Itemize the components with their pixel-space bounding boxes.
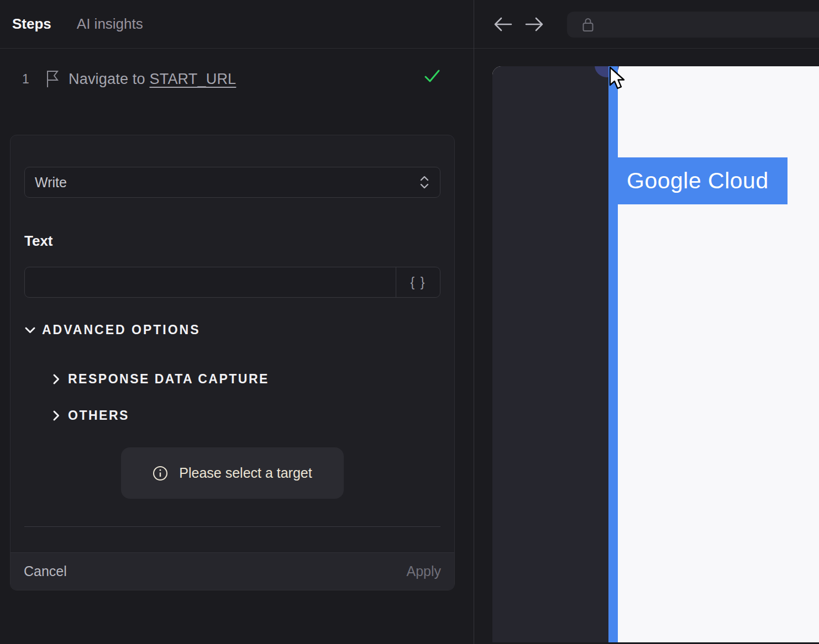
select-target-hint: Please select a target [121, 447, 344, 499]
section-label: OTHERS [68, 408, 129, 423]
insert-variable-button[interactable]: { } [396, 267, 440, 297]
address-bar[interactable] [567, 12, 819, 38]
page-dark-sidebar [492, 66, 610, 642]
selected-element-highlight[interactable]: Google Cloud [617, 157, 788, 204]
chevron-updown-icon [419, 175, 430, 189]
panel-tabbar: Steps AI insights [0, 0, 474, 49]
app-window: Steps AI insights 1 Navigate to START_UR… [0, 0, 819, 644]
hint-text: Please select a target [179, 465, 312, 481]
browser-preview-panel: Google Cloud [474, 0, 819, 644]
lock-icon [582, 17, 594, 33]
action-select-value: Write [35, 175, 419, 191]
forward-arrow-icon[interactable] [524, 15, 544, 34]
chevron-down-icon [24, 324, 36, 336]
section-label: RESPONSE DATA CAPTURE [68, 372, 269, 387]
browser-toolbar [474, 0, 819, 49]
flag-icon [45, 70, 60, 88]
success-check-icon [424, 68, 440, 84]
step-label: Navigate to START_URL [69, 71, 236, 88]
section-others[interactable]: OTHERS [50, 408, 440, 423]
step-editor-footer: Cancel Apply [11, 552, 454, 590]
advanced-options-toggle[interactable]: ADVANCED OPTIONS [24, 323, 440, 337]
chevron-right-icon [50, 410, 62, 421]
text-input[interactable] [25, 267, 396, 297]
tab-steps[interactable]: Steps [12, 15, 51, 33]
selected-element-text: Google Cloud [627, 168, 769, 194]
step-editor-card: Write Text { } ADVANCED OPTIONS [10, 135, 455, 590]
section-response-data-capture[interactable]: RESPONSE DATA CAPTURE [50, 372, 440, 387]
step-editor-body: Write Text { } ADVANCED OPTIONS [11, 135, 454, 527]
text-input-group: { } [24, 267, 440, 298]
cancel-button[interactable]: Cancel [24, 563, 67, 579]
steps-panel: Steps AI insights 1 Navigate to START_UR… [0, 0, 474, 644]
cursor-icon [608, 67, 631, 90]
text-field-label: Text [24, 233, 440, 250]
chevron-right-icon [50, 373, 62, 385]
info-icon [153, 466, 168, 481]
back-arrow-icon[interactable] [493, 15, 513, 34]
step-number: 1 [22, 72, 45, 87]
action-select[interactable]: Write [24, 167, 440, 198]
apply-button[interactable]: Apply [406, 563, 441, 579]
tab-ai-insights[interactable]: AI insights [77, 15, 143, 33]
step-item[interactable]: 1 Navigate to START_URL [0, 49, 474, 109]
page-viewport[interactable]: Google Cloud [492, 66, 819, 642]
card-divider [24, 526, 440, 527]
advanced-options-label: ADVANCED OPTIONS [42, 323, 201, 337]
selection-column-highlight [608, 66, 618, 642]
step-target-link[interactable]: START_URL [149, 71, 236, 87]
